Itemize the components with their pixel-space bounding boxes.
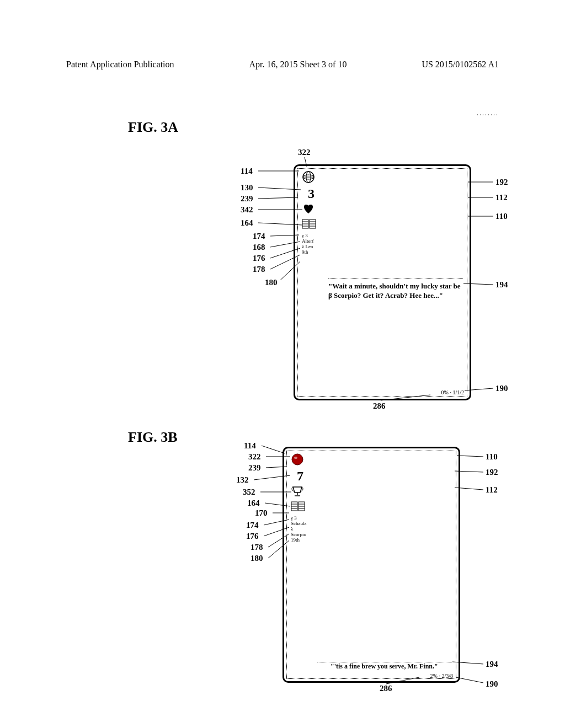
ref-170-b: 170: [255, 508, 268, 518]
quote-text-b: "'tis a fine brew you serve, Mr. Finn.": [331, 662, 452, 671]
ref-322-a: 322: [298, 148, 311, 157]
ref-178-b: 178: [250, 543, 263, 552]
ref-192-b: 192: [486, 468, 498, 477]
fig-3b-inner-border: [286, 451, 456, 679]
status-text-b: 2% · 2/3/8: [430, 673, 453, 679]
quote-divider-a: [328, 279, 463, 279]
sphere-icon: [291, 453, 304, 466]
svg-line-52: [457, 456, 483, 457]
fig-3b-frame: 7 γ 3 Schaula λ Scorpio 19th "'tis a fin…: [282, 447, 460, 683]
day-of-month: 9th: [302, 250, 321, 255]
rank-number-b: 7: [291, 469, 310, 483]
day-of-month-b: 19th: [291, 538, 310, 543]
quote-text-a: "Wait a minute, shouldn't my lucky star …: [328, 282, 463, 301]
status-text-a: 0% · 1/1/2: [441, 389, 464, 395]
ref-239-a: 239: [241, 194, 253, 204]
fig-3a-frame: 3 γ 3 Alterf λ Leo 9th "Wait a minute, s…: [294, 164, 471, 400]
ref-110-b: 110: [486, 452, 498, 462]
dots-decoration: ........: [477, 109, 499, 117]
ref-114-a: 114: [241, 167, 253, 176]
header-center: Apr. 16, 2015 Sheet 3 of 10: [249, 60, 347, 69]
ref-286-b: 286: [380, 684, 392, 693]
figure-3a-label: FIG. 3A: [128, 119, 178, 136]
ref-239-b: 239: [248, 463, 261, 473]
star-name-b: Schaula: [291, 521, 310, 527]
header-left: Patent Application Publication: [66, 60, 174, 69]
fig-3b-sidebar: 7 γ 3 Schaula λ Scorpio 19th: [291, 453, 310, 543]
svg-line-14: [258, 197, 298, 199]
ref-176-b: 176: [246, 532, 259, 541]
ref-190-b: 190: [486, 679, 498, 689]
ref-352-b: 352: [243, 488, 255, 497]
svg-point-30: [294, 457, 297, 459]
ref-190-a: 190: [495, 384, 508, 393]
heart-icon: [302, 202, 315, 215]
ref-174-a: 174: [253, 232, 265, 241]
ref-168-a: 168: [253, 243, 265, 252]
ref-164-b: 164: [247, 499, 260, 508]
ref-114-b: 114: [244, 441, 256, 451]
rank-number: 3: [302, 187, 321, 200]
page-header: Patent Application Publication Apr. 16, …: [66, 60, 499, 69]
ref-110-a: 110: [495, 212, 508, 221]
ref-180-b: 180: [250, 554, 263, 563]
ref-132-b: 132: [236, 475, 249, 485]
svg-point-29: [292, 454, 303, 465]
ref-112-b: 112: [486, 485, 498, 495]
ref-194-b: 194: [486, 660, 498, 669]
ref-322-b: 322: [248, 452, 261, 462]
ref-286-a: 286: [373, 402, 386, 411]
svg-line-41: [262, 446, 285, 453]
calendar-icon-b: [291, 501, 305, 511]
ref-180-a: 180: [265, 278, 278, 287]
ref-174-b: 174: [246, 521, 259, 530]
header-right: US 2015/0102562 A1: [422, 60, 499, 69]
ref-178-a: 178: [253, 265, 265, 274]
calendar-icon: [302, 219, 316, 229]
ref-164-a: 164: [241, 218, 253, 228]
constellation-b: λ Scorpio: [291, 527, 310, 538]
cup-icon: [291, 485, 304, 497]
ref-176-a: 176: [253, 254, 265, 263]
globe-icon: [302, 170, 315, 184]
figure-3b-label: FIG. 3B: [128, 429, 178, 446]
ref-342-a: 342: [241, 205, 253, 215]
ref-130-a: 130: [241, 183, 253, 192]
ref-192-a: 192: [495, 178, 508, 187]
ref-112-a: 112: [495, 193, 508, 202]
fig-3a-sidebar: 3 γ 3 Alterf λ Leo 9th: [302, 170, 321, 255]
ref-194-a: 194: [495, 280, 508, 290]
